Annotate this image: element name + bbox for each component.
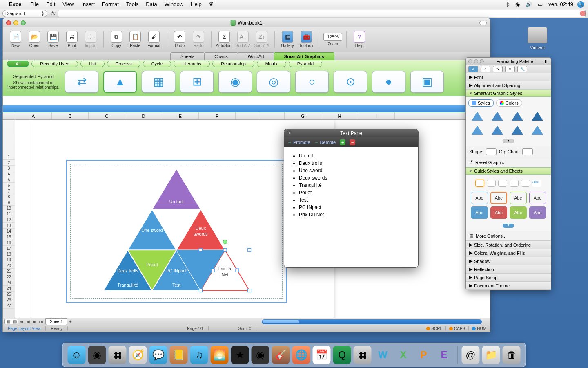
menu-window[interactable]: Window	[165, 1, 183, 7]
qs-3d-button[interactable]	[521, 180, 530, 187]
list-item[interactable]: Deux trolls	[299, 160, 410, 166]
palette-tab-1[interactable]: A	[468, 66, 478, 72]
abc-style-7[interactable]: Abc	[510, 206, 527, 219]
pyr-style-2[interactable]	[490, 111, 505, 121]
dock-trash[interactable]: 🗑	[503, 346, 521, 364]
text-pane-close-button[interactable]: ✕	[287, 130, 292, 136]
list-item[interactable]: Un troll	[299, 153, 410, 159]
clock[interactable]: ven. 02:49	[548, 1, 573, 7]
print-button[interactable]: 🖨Print	[63, 31, 80, 48]
dock-quicktime[interactable]: Q	[333, 346, 351, 364]
smartart-thumb-4[interactable]: ⊞	[180, 71, 214, 93]
abc-style-8[interactable]: Abc	[529, 206, 546, 219]
text-pane-titlebar[interactable]: ✕ Text Pane	[284, 129, 418, 137]
smartart-thumb-5[interactable]: ◉	[218, 71, 252, 93]
battery-icon[interactable]: ▭	[538, 1, 543, 7]
cat-recent[interactable]: Recently Used	[31, 61, 78, 67]
smartart-thumb-9[interactable]: ●	[372, 71, 405, 93]
next-sheet-button[interactable]: ▶	[31, 319, 38, 324]
styles-more-button[interactable]: ▼	[503, 139, 514, 143]
view-normal-button[interactable]: ▦	[5, 319, 11, 324]
format-button[interactable]: 🖌Format	[145, 31, 163, 48]
reset-row[interactable]: ↺ Reset Graphic	[466, 157, 551, 167]
open-button[interactable]: 📂Open	[26, 31, 43, 48]
qs-bevel-button[interactable]	[510, 180, 519, 187]
menu-format[interactable]: Format	[102, 1, 119, 7]
import-button[interactable]: ⇩Import	[82, 31, 99, 48]
dock-dashboard[interactable]: ◉	[88, 346, 106, 364]
qs-text-button[interactable]: abc	[532, 180, 541, 187]
tab-smartart[interactable]: SmartArt Graphics	[274, 52, 334, 60]
dock-powerpoint[interactable]: P	[415, 346, 433, 364]
toolbox-button[interactable]: 🧰Toolbox	[298, 31, 315, 48]
palette-titlebar[interactable]: Formatting Palette ◧	[466, 58, 551, 65]
section-font[interactable]: ▶Font	[466, 73, 551, 81]
help-button[interactable]: ?Help	[351, 31, 368, 48]
view-layout-button[interactable]: ▤	[11, 319, 18, 324]
shape-select[interactable]	[486, 148, 497, 155]
col-B[interactable]: B	[52, 112, 89, 119]
num-toggle[interactable]: NUM	[469, 326, 490, 331]
col-C[interactable]: C	[89, 112, 125, 119]
text-pane-window[interactable]: ✕ Text Pane ←Promote →Demote + − Un trol…	[284, 129, 419, 268]
bluetooth-icon[interactable]: ᛒ	[506, 1, 510, 7]
menu-data[interactable]: Data	[146, 1, 157, 7]
sort-za-button[interactable]: Z↓Sort Z-A	[253, 31, 270, 48]
smartart-thumb-3[interactable]: ▦	[142, 71, 175, 93]
smartart-object[interactable]: Un troll Une sword Deux swords Deux trol…	[66, 160, 287, 303]
palette-zoom-button[interactable]	[480, 59, 484, 63]
name-box-stepper-icon[interactable]: ▲▼	[41, 11, 45, 16]
pyr-style-6[interactable]	[490, 125, 505, 135]
cat-cycle[interactable]: Cycle	[143, 61, 172, 67]
first-sheet-button[interactable]: ⏮	[18, 319, 25, 324]
col-E[interactable]: E	[162, 112, 199, 119]
dock-addressbook[interactable]: 📒	[170, 346, 188, 364]
section-page-setup[interactable]: ▶Page Setup	[466, 274, 551, 282]
list-item[interactable]: Tranquilité	[299, 182, 410, 188]
pyr-style-5[interactable]	[470, 125, 485, 135]
palette-tab-4[interactable]: ≡	[505, 66, 515, 72]
qs-line-button[interactable]	[487, 180, 496, 187]
qs-fill-button[interactable]	[475, 180, 484, 187]
list-item[interactable]: Deux swords	[299, 175, 410, 181]
prev-sheet-button[interactable]: ◀	[25, 319, 31, 324]
copy-button[interactable]: ⧉Copy	[108, 31, 125, 48]
fx-label[interactable]: fx	[51, 11, 55, 16]
section-quick-styles[interactable]: ▼Quick Styles and Effects	[466, 167, 551, 175]
dock-safari[interactable]: 🧭	[129, 346, 147, 364]
scrl-toggle[interactable]: SCRL	[423, 326, 446, 331]
dock-documents-stack[interactable]: 📁	[482, 346, 500, 364]
menu-edit[interactable]: Edit	[46, 1, 55, 7]
section-colors-weights[interactable]: ▶Colors, Weights, and Fills	[466, 249, 551, 257]
gallery-button[interactable]: ▦Gallery	[279, 31, 296, 48]
add-sheet-button[interactable]: +	[67, 319, 74, 324]
menu-view[interactable]: View	[62, 1, 74, 7]
list-item[interactable]: Pouet	[299, 190, 410, 195]
zoom-window-button[interactable]	[21, 20, 26, 25]
dock-spaces[interactable]: ▦	[109, 346, 127, 364]
pyr-style-1[interactable]	[470, 111, 485, 121]
dock-imovie[interactable]: ★	[231, 346, 249, 364]
orgchart-select[interactable]	[522, 148, 533, 155]
pyr-style-8[interactable]	[530, 125, 545, 135]
list-item[interactable]: PC INpact	[299, 204, 410, 210]
section-alignment[interactable]: ▶Alignment and Spacing	[466, 81, 551, 90]
dock-entourage[interactable]: E	[435, 346, 453, 364]
abc-more-button[interactable]: ▼	[503, 224, 514, 228]
col-A[interactable]: A	[15, 112, 52, 119]
abc-style-6[interactable]: Abc	[490, 206, 508, 219]
dock-ichat[interactable]: 💬	[149, 346, 167, 364]
dock-ical[interactable]: 📅	[313, 346, 331, 364]
abc-style-4[interactable]: Abc	[529, 192, 546, 204]
cat-list[interactable]: List	[80, 61, 105, 67]
zoom-value[interactable]: 125%	[323, 33, 342, 41]
close-formula-bar-icon[interactable]	[580, 11, 586, 16]
dock-idvd[interactable]: ◉	[252, 346, 270, 364]
colors-tab[interactable]: Colors	[496, 99, 522, 107]
autosum-button[interactable]: ΣAutoSum	[216, 31, 233, 48]
cat-matrix[interactable]: Matrix	[257, 61, 286, 67]
cat-process[interactable]: Process	[107, 61, 140, 67]
wifi-icon[interactable]: ◉	[515, 1, 520, 7]
styles-tab[interactable]: Styles	[468, 99, 494, 107]
dock-office[interactable]: ▦	[354, 346, 372, 364]
